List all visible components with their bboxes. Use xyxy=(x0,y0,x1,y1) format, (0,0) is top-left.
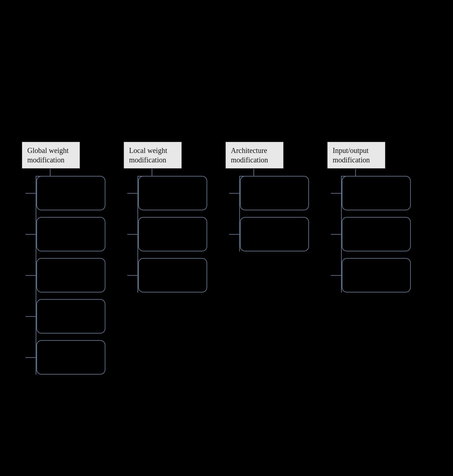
child-box xyxy=(36,340,105,375)
child-box xyxy=(342,176,411,210)
child-box xyxy=(138,176,207,210)
diagram-area: Global weightmodification Local weightmo… xyxy=(15,142,444,375)
column-global-weight: Global weightmodification xyxy=(15,142,116,375)
child-box xyxy=(36,176,105,210)
child-box xyxy=(240,176,309,210)
child-box xyxy=(342,258,411,293)
column-input-output: Input/outputmodification xyxy=(320,142,422,375)
column-local-weight: Local weightmodification xyxy=(116,142,218,375)
header-input-output: Input/outputmodification xyxy=(327,142,385,169)
child-box xyxy=(36,217,105,251)
child-box xyxy=(36,299,105,334)
child-box xyxy=(240,217,309,251)
child-box xyxy=(138,258,207,293)
header-architecture: Architecturemodification xyxy=(225,142,284,169)
child-box xyxy=(342,217,411,251)
header-local-weight: Local weightmodification xyxy=(124,142,182,169)
column-architecture: Architecturemodification xyxy=(218,142,320,375)
header-global-weight: Global weightmodification xyxy=(22,142,80,169)
child-box xyxy=(138,217,207,251)
child-box xyxy=(36,258,105,293)
